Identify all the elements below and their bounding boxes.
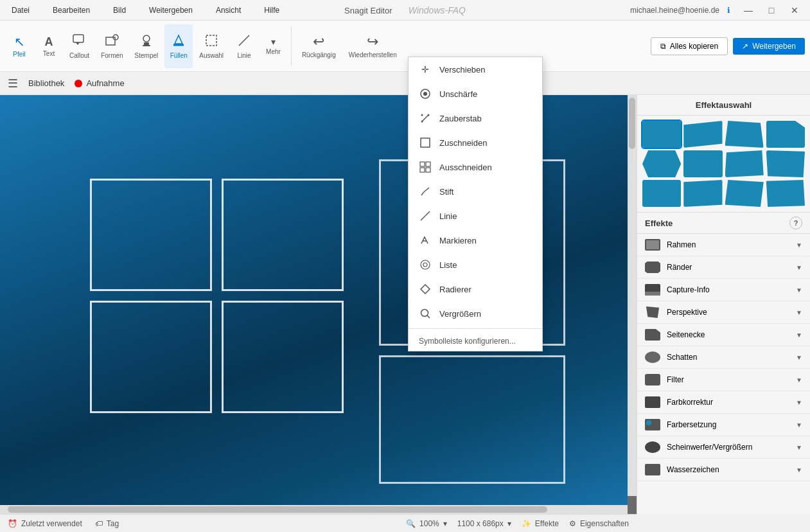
effect-scheinwerfer-left: Scheinwerfer/Vergrößern <box>645 441 752 453</box>
menu-hilfe[interactable]: Hilfe <box>258 3 286 17</box>
dropdown-vergroessern[interactable]: Vergrößern <box>409 301 542 326</box>
tool-linie[interactable]: Linie <box>230 24 258 68</box>
svg-rect-18 <box>420 168 425 172</box>
zoom-control[interactable]: 🔍 100% ▾ <box>406 519 447 528</box>
effect-capture-info[interactable]: Capture-Info ▼ <box>637 279 810 301</box>
effect-filter[interactable]: Filter ▼ <box>637 369 810 391</box>
ausschneiden-icon <box>419 161 432 173</box>
capture-chevron: ▼ <box>796 287 802 294</box>
tool-formen[interactable]: Formen <box>96 24 128 68</box>
dropdown-unschaerfe[interactable]: Unschärfe <box>409 82 542 106</box>
svg-point-14 <box>421 121 423 123</box>
effect-thumb-8[interactable] <box>766 150 805 177</box>
tool-callout[interactable]: Callout <box>64 24 94 68</box>
farbkorrektur-label: Farbkorrektur <box>667 398 713 407</box>
minimize-button[interactable]: — <box>738 4 759 17</box>
scroll-horizontal[interactable] <box>0 505 628 514</box>
menu-bar: Datei Bearbeiten Bild Weitergeben Ansich… <box>5 3 286 17</box>
effect-perspektive[interactable]: Perspektive ▼ <box>637 301 810 324</box>
maximize-button[interactable]: □ <box>761 4 782 17</box>
effect-raender[interactable]: Ränder ▼ <box>637 256 810 279</box>
dropdown-linie[interactable]: Linie <box>409 204 542 228</box>
effektauswahl-header: Effektauswahl <box>637 95 810 116</box>
hamburger-icon[interactable]: ☰ <box>8 76 18 91</box>
scheinwerfer-label: Scheinwerfer/Vergrößern <box>667 443 752 452</box>
effect-farbkorrektur[interactable]: Farbkorrektur ▼ <box>637 391 810 414</box>
effect-thumb-5[interactable] <box>642 150 681 177</box>
tool-mehr[interactable]: ▾ Mehr <box>261 24 286 68</box>
effect-rahmen[interactable]: Rahmen ▼ <box>637 234 810 256</box>
dropdown-markieren[interactable]: Markieren <box>409 228 542 253</box>
tool-pfeil[interactable]: ↖ Pfeil <box>5 24 33 68</box>
redo-button[interactable]: ↪ Wiederherstellen <box>344 24 402 68</box>
tag-item[interactable]: 🏷 Tag <box>95 519 119 528</box>
dropdown-zauberstab[interactable]: Zauberstab <box>409 106 542 130</box>
main-content: ▲ Effektauswahl Effekte <box>0 95 810 514</box>
effekte-status[interactable]: ✨ Effekte <box>522 519 559 528</box>
scroll-h-thumb <box>8 506 547 513</box>
scroll-vertical[interactable] <box>628 95 637 496</box>
menu-weitergeben[interactable]: Weitergeben <box>143 3 199 17</box>
app-title: Snagit Editor Windows-FAQ <box>344 5 466 15</box>
verschieben-icon: ✛ <box>419 63 432 76</box>
effect-thumb-12[interactable] <box>766 180 805 207</box>
schatten-icon <box>645 351 660 363</box>
help-button[interactable]: ? <box>789 217 802 229</box>
effect-schatten[interactable]: Schatten ▼ <box>637 346 810 369</box>
effect-thumb-3[interactable] <box>725 121 764 148</box>
dropdown-zuschneiden[interactable]: Zuschneiden <box>409 130 542 155</box>
effect-farbkorrektur-left: Farbkorrektur <box>645 396 713 408</box>
dropdown-verschieben[interactable]: ✛ Verschieben <box>409 57 542 82</box>
vergroessern-icon <box>419 307 432 320</box>
tool-fuellen[interactable]: Füllen <box>164 24 193 68</box>
dropdown-ausschneiden[interactable]: Ausschneiden <box>409 155 542 179</box>
tool-auswahl[interactable]: Auswahl <box>194 24 229 68</box>
svg-line-11 <box>422 115 428 121</box>
effect-raender-left: Ränder <box>645 262 692 273</box>
filter-icon <box>645 374 660 386</box>
effect-thumb-11[interactable] <box>725 180 764 207</box>
menu-bild[interactable]: Bild <box>107 3 132 17</box>
effect-farbersetzung[interactable]: Farbersetzung ▼ <box>637 414 810 436</box>
dropdown-stift[interactable]: Stift <box>409 179 542 204</box>
effect-scheinwerfer[interactable]: Scheinwerfer/Vergrößern ▼ <box>637 436 810 459</box>
effect-thumb-9[interactable] <box>642 180 681 207</box>
copy-all-label: Alles kopieren <box>670 42 718 51</box>
info-icon[interactable]: ℹ <box>727 6 730 15</box>
zuletzt-verwendet[interactable]: ⏰ Zuletzt verwendet <box>8 519 82 528</box>
zauberstab-label: Zauberstab <box>439 114 482 123</box>
effect-thumb-1[interactable] <box>642 121 681 148</box>
weitergeben-button[interactable]: ↗ Weitergeben <box>733 38 805 55</box>
radierer-label: Radierer <box>439 285 471 294</box>
tool-pfeil-label: Pfeil <box>13 51 25 58</box>
bibliothek-item[interactable]: Bibliothek <box>28 78 64 88</box>
dropdown-liste[interactable]: Liste <box>409 253 542 277</box>
effect-thumb-10[interactable] <box>683 180 722 207</box>
effect-thumb-6[interactable] <box>683 150 722 177</box>
unschaerfe-label: Unschärfe <box>439 89 477 99</box>
zuschneiden-label: Zuschneiden <box>439 138 487 148</box>
eigenschaften-status[interactable]: ⚙ Eigenschaften <box>569 519 629 528</box>
menu-datei[interactable]: Datei <box>5 3 36 17</box>
undo-button[interactable]: ↩ Rückgängig <box>297 24 341 68</box>
auswahl-icon <box>204 33 218 51</box>
tool-stempel[interactable]: Stempel <box>130 24 164 68</box>
tool-text[interactable]: A Text <box>35 24 63 68</box>
redo-icon: ↪ <box>367 33 378 50</box>
redo-label: Wiederherstellen <box>349 51 397 58</box>
effect-seitenecke-left: Seitenecke <box>645 329 705 341</box>
effect-thumb-7[interactable] <box>725 150 764 177</box>
effect-thumb-4[interactable] <box>766 121 805 148</box>
effect-wasserzeichen[interactable]: Wasserzeichen ▼ <box>637 459 810 481</box>
effect-seitenecke[interactable]: Seitenecke ▼ <box>637 324 810 346</box>
configure-toolbar-item[interactable]: Symbolleiste konfigurieren... <box>409 332 542 351</box>
effect-capture-left: Capture-Info <box>645 284 710 296</box>
aufnahme-item[interactable]: Aufnahme <box>75 78 124 88</box>
copy-all-button[interactable]: ⧉ Alles kopieren <box>651 37 728 55</box>
menu-ansicht[interactable]: Ansicht <box>209 3 247 17</box>
close-button[interactable]: ✕ <box>784 4 805 17</box>
menu-bearbeiten[interactable]: Bearbeiten <box>46 3 96 17</box>
dimensions-control[interactable]: 1100 x 686px ▾ <box>457 519 511 528</box>
effect-thumb-2[interactable] <box>683 121 722 148</box>
dropdown-radierer[interactable]: Radierer <box>409 277 542 301</box>
